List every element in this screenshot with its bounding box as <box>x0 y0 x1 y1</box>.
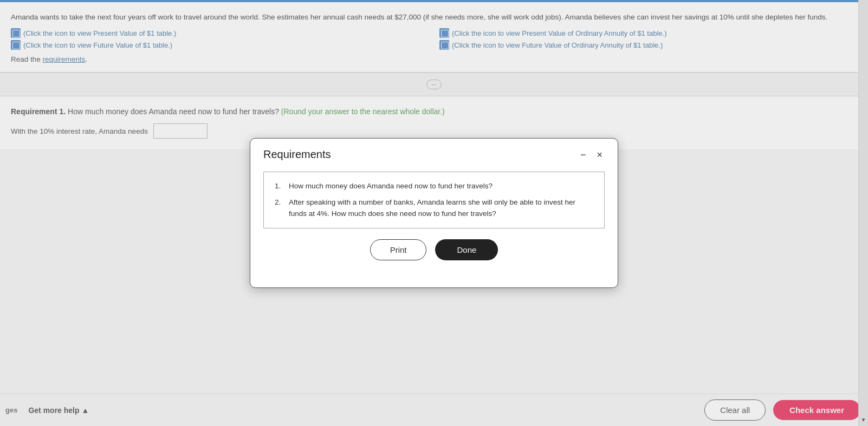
modal-body: 1. How much money does Amanda need now t… <box>250 166 618 271</box>
modal-overlay: Requirements − × 1. How much money does … <box>0 0 868 426</box>
req-num-2: 2. <box>275 197 284 219</box>
modal-title: Requirements <box>263 148 331 161</box>
requirements-modal: Requirements − × 1. How much money does … <box>250 138 618 288</box>
req-text-2: After speaking with a number of banks, A… <box>289 197 593 219</box>
modal-controls: − × <box>578 150 605 160</box>
modal-header: Requirements − × <box>250 139 618 166</box>
requirements-list: 1. How much money does Amanda need now t… <box>275 181 593 219</box>
modal-close-button[interactable]: × <box>594 150 605 160</box>
modal-minimize-button[interactable]: − <box>578 150 588 160</box>
req-num-1: 1. <box>275 181 284 192</box>
req-text-1: How much money does Amanda need now to f… <box>289 181 493 192</box>
done-button[interactable]: Done <box>435 239 498 260</box>
modal-buttons: Print Done <box>263 239 605 260</box>
print-button[interactable]: Print <box>370 239 427 260</box>
requirement-item-2: 2. After speaking with a number of banks… <box>275 197 593 219</box>
requirement-item-1: 1. How much money does Amanda need now t… <box>275 181 593 192</box>
requirements-box: 1. How much money does Amanda need now t… <box>263 172 605 228</box>
